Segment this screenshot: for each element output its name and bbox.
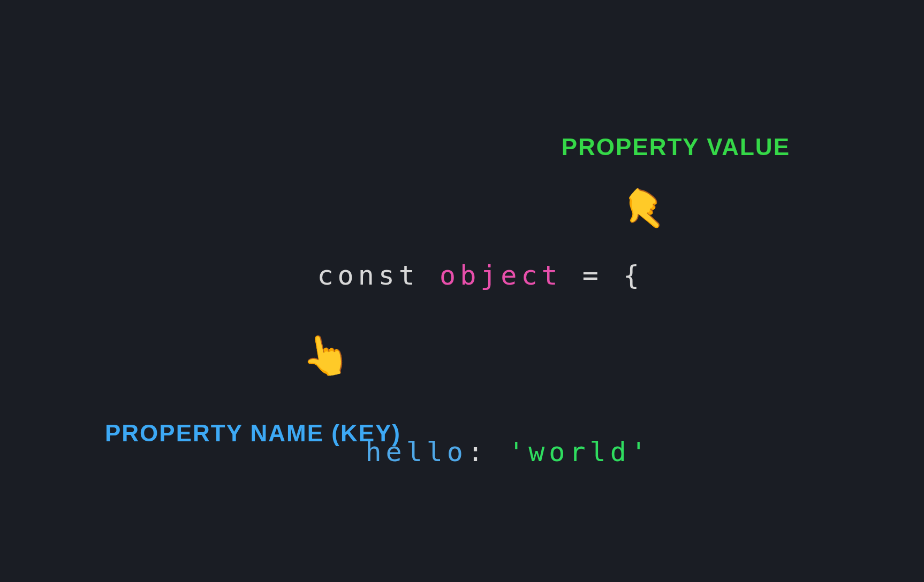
pointing-hand-up-icon: 👆 (297, 328, 354, 382)
code-space (419, 260, 440, 291)
code-line-2: hello: 'world' (236, 364, 651, 540)
code-identifier: object (440, 260, 562, 291)
code-colon: : (467, 436, 488, 468)
property-name-label: PROPERTY NAME (KEY) (105, 420, 401, 447)
property-value-label: PROPERTY VALUE (562, 134, 790, 160)
code-keyword: const (317, 260, 419, 291)
code-block: const object = { hello: 'world' } (236, 187, 651, 582)
code-brace-open: { (623, 260, 643, 291)
code-line-3: } (236, 540, 651, 582)
code-equals: = (562, 260, 623, 291)
code-space-2 (488, 436, 508, 468)
code-string: 'world' (508, 436, 651, 468)
